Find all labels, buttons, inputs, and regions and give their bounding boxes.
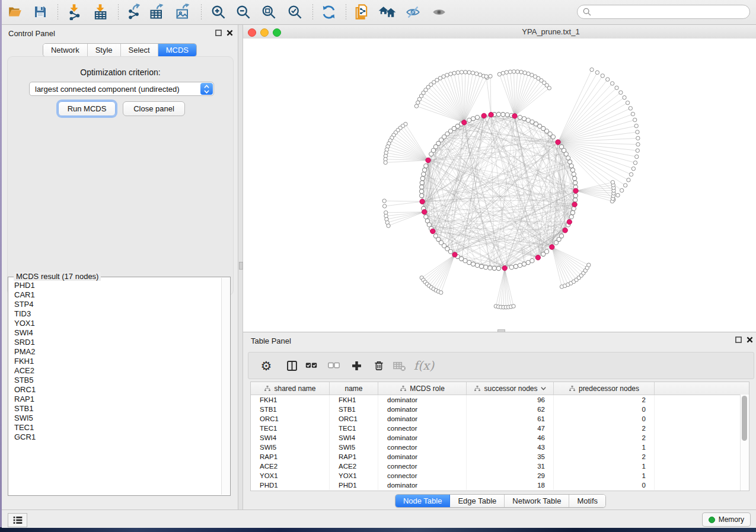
search-input[interactable] xyxy=(577,5,750,19)
function-builder-button[interactable]: f(x) xyxy=(412,357,436,374)
network-leaf-node[interactable] xyxy=(615,86,618,89)
table-cell[interactable]: dominator xyxy=(378,395,467,405)
mcds-result-item[interactable]: TEC1 xyxy=(14,423,221,432)
table-cell[interactable]: connector xyxy=(378,462,467,471)
network-node[interactable] xyxy=(496,266,500,270)
table-cell[interactable]: 0 xyxy=(554,414,655,424)
network-node[interactable] xyxy=(420,185,424,189)
network-leaf-node[interactable] xyxy=(629,172,633,176)
mcds-hub-node[interactable] xyxy=(420,199,425,204)
mcds-result-item[interactable]: FKH1 xyxy=(14,357,221,366)
clone-network-button[interactable] xyxy=(352,2,372,22)
table-cell[interactable]: 1 xyxy=(554,443,655,452)
network-node[interactable] xyxy=(488,266,492,270)
open-file-button[interactable] xyxy=(5,2,25,22)
network-canvas[interactable] xyxy=(243,39,756,332)
network-node[interactable] xyxy=(496,112,500,116)
network-leaf-node[interactable] xyxy=(460,70,463,74)
select-all-rows-button[interactable] xyxy=(302,357,320,374)
table-cell[interactable]: SWI4 xyxy=(251,433,330,443)
network-node[interactable] xyxy=(522,262,526,266)
mcds-hub-node[interactable] xyxy=(422,210,427,214)
network-node[interactable] xyxy=(420,194,424,198)
table-cell[interactable]: 2 xyxy=(554,424,655,433)
mcds-hub-node[interactable] xyxy=(462,120,467,125)
network-leaf-node[interactable] xyxy=(627,178,630,182)
network-node[interactable] xyxy=(424,214,428,219)
zoom-fit-button[interactable] xyxy=(259,2,279,22)
table-cell[interactable]: 0 xyxy=(554,480,655,490)
network-node[interactable] xyxy=(424,164,428,168)
tab-style[interactable]: Style xyxy=(88,44,121,56)
table-cell[interactable]: 61 xyxy=(467,414,554,424)
network-node[interactable] xyxy=(492,266,496,270)
mcds-result-item[interactable]: STB5 xyxy=(14,376,221,385)
zoom-out-button[interactable] xyxy=(233,2,253,22)
network-node[interactable] xyxy=(518,263,522,267)
table-cell[interactable]: 47 xyxy=(467,424,554,433)
network-leaf-node[interactable] xyxy=(384,161,387,164)
table-row[interactable]: PHD1PHD1dominator180 xyxy=(251,480,749,490)
network-leaf-node[interactable] xyxy=(606,78,610,81)
network-node[interactable] xyxy=(522,117,526,121)
table-cell[interactable]: 0 xyxy=(554,405,655,414)
network-node[interactable] xyxy=(475,115,479,119)
table-cell[interactable]: FKH1 xyxy=(330,395,378,405)
column-header-name[interactable]: name xyxy=(330,382,378,395)
network-node[interactable] xyxy=(419,189,423,193)
network-node[interactable] xyxy=(559,234,563,238)
export-image-button[interactable] xyxy=(173,2,193,22)
network-leaf-node[interactable] xyxy=(505,70,508,74)
tab-edge-table[interactable]: Edge Table xyxy=(450,495,505,507)
network-leaf-node[interactable] xyxy=(512,305,515,308)
table-cell[interactable]: 43 xyxy=(467,443,554,452)
network-node[interactable] xyxy=(475,263,479,267)
network-node[interactable] xyxy=(501,113,505,117)
network-node[interactable] xyxy=(573,181,578,185)
network-leaf-node[interactable] xyxy=(595,70,599,74)
table-row[interactable]: SWI5SWI5connector431 xyxy=(251,443,749,452)
table-cell[interactable]: dominator xyxy=(378,433,467,443)
network-leaf-node[interactable] xyxy=(634,124,638,127)
network-node[interactable] xyxy=(569,164,573,168)
mcds-result-item[interactable]: YOX1 xyxy=(14,319,221,328)
network-leaf-node[interactable] xyxy=(636,149,639,152)
network-leaf-node[interactable] xyxy=(587,263,591,267)
table-cell[interactable]: STB1 xyxy=(330,405,378,414)
table-cell[interactable]: SWI4 xyxy=(330,433,378,443)
network-leaf-node[interactable] xyxy=(619,91,623,94)
network-leaf-node[interactable] xyxy=(636,130,639,134)
table-cell[interactable]: 2 xyxy=(554,452,655,462)
table-cell[interactable]: dominator xyxy=(378,414,467,424)
table-cell[interactable]: SWI5 xyxy=(330,443,378,452)
table-cell[interactable]: 31 xyxy=(467,462,554,471)
mcds-result-item[interactable]: RAP1 xyxy=(14,395,221,404)
mcds-hub-node[interactable] xyxy=(502,265,507,270)
table-cell[interactable]: dominator xyxy=(378,452,467,462)
network-leaf-node[interactable] xyxy=(631,167,635,171)
mcds-hub-node[interactable] xyxy=(550,245,554,249)
run-mcds-button[interactable]: Run MCDS xyxy=(58,101,116,116)
table-cell[interactable]: FKH1 xyxy=(251,395,330,405)
network-leaf-node[interactable] xyxy=(512,70,515,73)
network-node[interactable] xyxy=(530,120,534,124)
table-row[interactable]: TEC1TEC1connector472 xyxy=(251,424,749,433)
table-row[interactable]: RAP1RAP1dominator352 xyxy=(251,452,749,462)
table-cell[interactable]: TEC1 xyxy=(251,424,330,433)
network-leaf-node[interactable] xyxy=(382,199,386,203)
memory-button[interactable]: Memory xyxy=(702,512,751,527)
network-node[interactable] xyxy=(572,172,576,176)
network-leaf-node[interactable] xyxy=(620,188,623,192)
table-cell[interactable]: ACE2 xyxy=(330,462,378,471)
table-cell[interactable]: YOX1 xyxy=(330,471,378,480)
network-leaf-node[interactable] xyxy=(611,180,614,184)
table-cell[interactable]: 2 xyxy=(554,433,655,443)
network-leaf-node[interactable] xyxy=(508,70,512,73)
mcds-result-item[interactable]: TID3 xyxy=(14,309,221,319)
network-leaf-node[interactable] xyxy=(414,104,418,108)
network-window-titlebar[interactable]: YPA_prune.txt_1 xyxy=(243,25,756,39)
column-header-MCDS-role[interactable]: MCDS role xyxy=(378,382,467,395)
network-leaf-node[interactable] xyxy=(523,71,527,75)
export-table-button[interactable] xyxy=(147,2,167,22)
network-leaf-node[interactable] xyxy=(635,155,639,158)
